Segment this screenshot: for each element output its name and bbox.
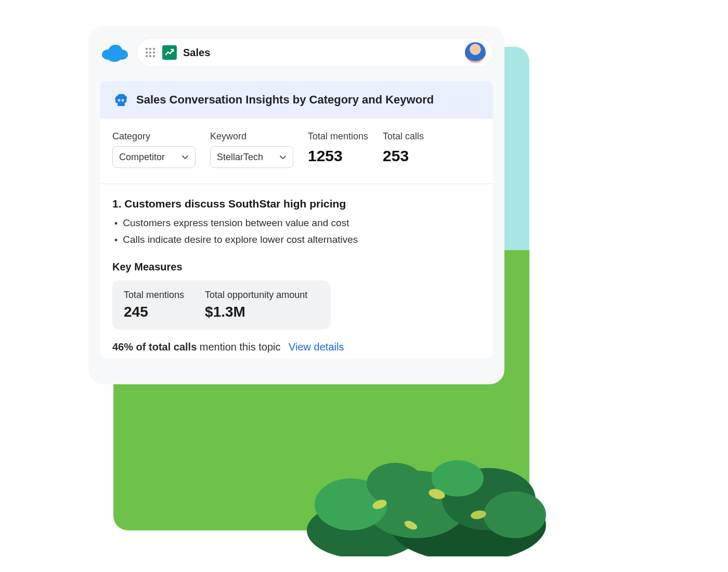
measure-total-mentions: Total mentions 245 xyxy=(124,290,184,320)
total-calls-label: Total calls xyxy=(383,131,424,142)
svg-point-3 xyxy=(107,51,122,62)
insight-bullet: Calls indicate desire to explore lower c… xyxy=(114,232,480,249)
category-label: Category xyxy=(112,131,196,142)
category-value: Competitor xyxy=(119,152,165,163)
app-switcher-chip[interactable]: Sales xyxy=(137,38,493,67)
panel-title: Sales Conversation Insights by Category … xyxy=(136,93,434,107)
app-launcher-icon[interactable] xyxy=(145,47,156,58)
category-filter: Category Competitor xyxy=(112,131,196,168)
total-calls-value: 253 xyxy=(383,147,424,165)
category-select[interactable]: Competitor xyxy=(112,146,196,168)
measure-label: Total mentions xyxy=(124,290,184,301)
keyword-value: StellarTech xyxy=(217,152,263,163)
key-measures-heading: Key Measures xyxy=(112,261,480,273)
measures-box: Total mentions 245 Total opportunity amo… xyxy=(112,280,331,330)
insight-bullet-list: Customers express tension between value … xyxy=(112,215,480,249)
view-details-link[interactable]: View details xyxy=(289,341,344,353)
app-name-label: Sales xyxy=(183,47,210,59)
svg-point-7 xyxy=(122,100,123,101)
insight-bullet: Customers express tension between value … xyxy=(114,215,480,232)
sales-app-icon xyxy=(162,45,177,60)
main-card: Sales Sales Conversation Insights by Cat… xyxy=(88,26,504,384)
top-bar: Sales xyxy=(100,38,493,67)
panel-header: Sales Conversation Insights by Category … xyxy=(100,81,493,119)
footer-summary: 46% of total calls mention this topic Vi… xyxy=(112,341,480,353)
keyword-select[interactable]: StellarTech xyxy=(210,146,293,168)
total-mentions-metric: Total mentions 1253 xyxy=(308,131,368,168)
filters-row: Category Competitor Keyword StellarTech … xyxy=(100,119,493,184)
footer-bold: 46% of total calls xyxy=(112,341,197,353)
user-avatar[interactable] xyxy=(465,42,486,63)
measure-value: $1.3M xyxy=(205,304,307,320)
measure-value: 245 xyxy=(124,304,184,320)
total-calls-metric: Total calls 253 xyxy=(383,131,424,168)
insight-title: 1. Customers discuss SouthStar high pric… xyxy=(112,198,480,210)
total-mentions-value: 1253 xyxy=(308,147,368,165)
chevron-down-icon xyxy=(181,153,189,161)
total-mentions-label: Total mentions xyxy=(308,131,368,142)
einstein-icon xyxy=(112,92,129,108)
keyword-label: Keyword xyxy=(210,131,293,142)
chevron-down-icon xyxy=(279,153,287,161)
measure-total-opportunity: Total opportunity amount $1.3M xyxy=(205,290,307,320)
svg-point-6 xyxy=(119,100,120,101)
insight-body: 1. Customers discuss SouthStar high pric… xyxy=(100,184,493,358)
insights-panel: Sales Conversation Insights by Category … xyxy=(100,81,493,358)
salesforce-cloud-icon xyxy=(100,42,129,63)
keyword-filter: Keyword StellarTech xyxy=(210,131,293,168)
measure-label: Total opportunity amount xyxy=(205,290,307,301)
footer-rest: mention this topic xyxy=(197,341,280,353)
